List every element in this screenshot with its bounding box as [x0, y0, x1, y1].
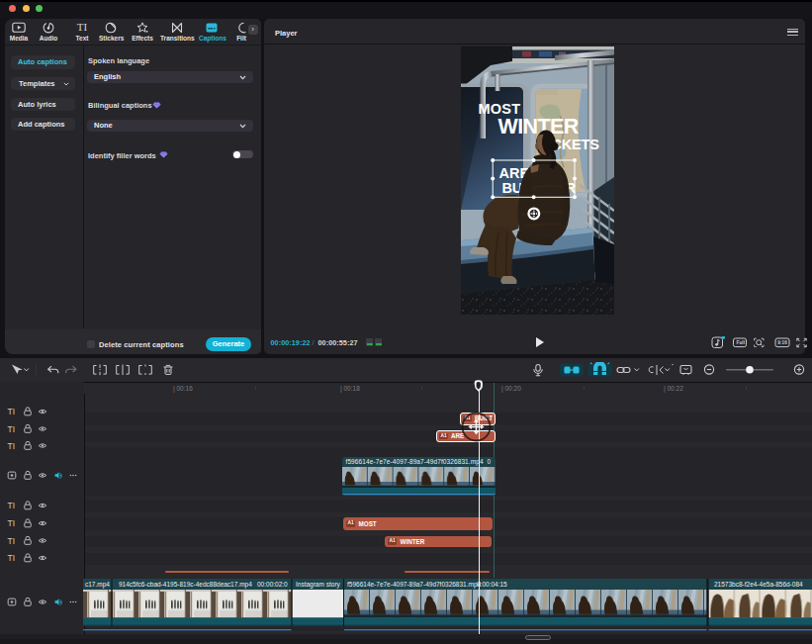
- svg-text:Full: Full: [737, 340, 746, 345]
- svg-text:9:16: 9:16: [777, 340, 787, 345]
